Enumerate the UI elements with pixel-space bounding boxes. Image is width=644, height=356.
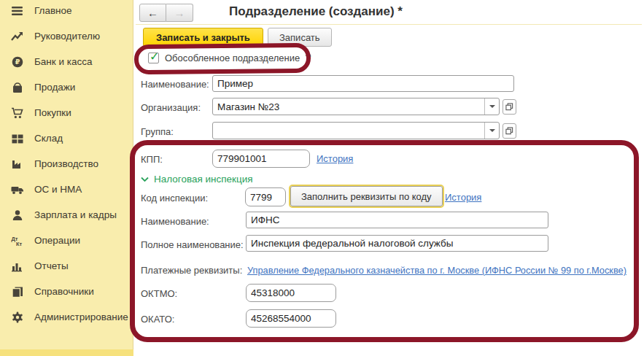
- name-label: Наименование:: [141, 79, 209, 90]
- menu-icon: [10, 4, 25, 17]
- okato-label: ОКАТО:: [141, 314, 174, 325]
- cart-icon: [10, 107, 25, 119]
- sidebar-item-label: Склад: [34, 133, 63, 144]
- person-icon: [10, 209, 25, 221]
- sidebar-footer: [0, 349, 133, 356]
- checkmark-icon: ✓: [150, 50, 159, 63]
- sidebar-item-sales[interactable]: Продажи: [0, 74, 133, 100]
- separate-subdivision-checkbox[interactable]: ✓: [148, 53, 159, 63]
- sidebar-item-production[interactable]: Производство: [0, 151, 133, 177]
- inspection-history-link[interactable]: История: [445, 192, 481, 203]
- oktmo-label: ОКТМО:: [141, 288, 177, 299]
- save-and-close-button[interactable]: Записать и закрыть: [143, 28, 263, 47]
- sidebar-item-bank-cash[interactable]: ₽Банк и касса: [0, 49, 133, 74]
- group-input[interactable]: [213, 123, 484, 139]
- app-window: ГлавноеРуководителю₽Банк и кассаПродажиП…: [0, 0, 644, 356]
- page-title: Подразделение (создание) *: [229, 4, 403, 19]
- sidebar-item-label: ОС и НМА: [34, 184, 82, 195]
- group-dropdown-button[interactable]: [484, 123, 499, 139]
- sidebar-item-manager[interactable]: Руководителю: [0, 23, 133, 49]
- sidebar-item-warehouse[interactable]: Склад: [0, 125, 133, 151]
- kpp-label: КПП:: [141, 154, 163, 165]
- payment-details-label: Платежные реквизиты:: [141, 265, 242, 276]
- gear-icon: [10, 311, 25, 323]
- tax-full-name-label: Полное наименование:: [141, 239, 244, 250]
- name-input[interactable]: [212, 75, 514, 92]
- fill-by-code-button[interactable]: Заполнить реквизиты по коду: [290, 186, 443, 206]
- history-nav: ← →: [139, 4, 193, 22]
- sidebar-item-operations[interactable]: ДтКтОперации: [0, 228, 133, 253]
- sidebar-item-label: Банк и касса: [34, 56, 93, 67]
- save-button[interactable]: Записать: [268, 28, 332, 47]
- chevron-down-icon: [141, 177, 149, 182]
- group-label: Группа:: [141, 126, 174, 137]
- sidebar-item-label: Покупки: [34, 107, 71, 118]
- inspection-code-input[interactable]: [245, 187, 286, 206]
- sidebar-item-fixed-assets[interactable]: ОС и НМА: [0, 177, 133, 202]
- sidebar-item-label: Справочники: [34, 286, 94, 297]
- forward-button[interactable]: →: [166, 4, 193, 22]
- okato-input[interactable]: [246, 309, 336, 328]
- inspection-code-label: Код инспекции:: [141, 193, 208, 204]
- tax-short-name-input[interactable]: [246, 212, 548, 228]
- tax-full-name-input[interactable]: [246, 235, 548, 252]
- truck-icon: [10, 183, 25, 196]
- bag-icon: [10, 81, 25, 93]
- ruble-icon: ₽: [10, 55, 25, 68]
- sidebar-item-label: Руководителю: [34, 31, 100, 42]
- organization-label: Организация:: [141, 102, 201, 113]
- organization-dropdown-button[interactable]: [484, 98, 499, 115]
- sidebar-item-reports[interactable]: Отчеты: [0, 253, 133, 279]
- sidebar-item-main[interactable]: Главное: [0, 0, 133, 23]
- books-icon: [10, 285, 25, 298]
- kpp-input[interactable]: [212, 150, 310, 168]
- organization-combo: [212, 98, 500, 115]
- sidebar-item-directories[interactable]: Справочники: [0, 279, 133, 304]
- pallet-icon: [10, 132, 25, 144]
- sidebar-item-label: Зарплата и кадры: [34, 209, 117, 220]
- separate-subdivision-label: Обособленное подразделение: [165, 53, 300, 63]
- back-button[interactable]: ←: [139, 4, 166, 22]
- factory-icon: [10, 158, 25, 170]
- svg-text:Кт: Кт: [16, 241, 23, 247]
- sidebar-item-label: Администрирование: [34, 312, 128, 322]
- trend-icon: [10, 30, 25, 42]
- dtkt-icon: ДтКт: [10, 234, 25, 247]
- chevron-down-icon: [489, 105, 495, 108]
- sidebar-item-purchases[interactable]: Покупки: [0, 100, 133, 125]
- separate-subdivision-row: ✓ Обособленное подразделение ?: [148, 52, 311, 63]
- sidebar-item-label: Производство: [34, 158, 98, 169]
- sidebar-item-salary-hr[interactable]: Зарплата и кадры: [0, 202, 133, 228]
- open-icon: [505, 127, 513, 135]
- chart-icon: [10, 260, 25, 272]
- group-open-button[interactable]: [503, 123, 516, 139]
- chevron-down-icon: [489, 129, 495, 132]
- sidebar-item-label: Операции: [34, 235, 80, 246]
- organization-input[interactable]: [213, 98, 484, 115]
- sidebar-item-administration[interactable]: Администрирование: [0, 304, 133, 330]
- open-icon: [505, 103, 513, 111]
- kpp-history-link[interactable]: История: [317, 153, 353, 164]
- tax-section-title: Налоговая инспекция: [154, 174, 253, 185]
- sidebar-item-label: Отчеты: [34, 260, 69, 271]
- tax-section-header[interactable]: Налоговая инспекция: [141, 174, 253, 185]
- svg-text:₽: ₽: [15, 58, 20, 66]
- sidebar-item-label: Продажи: [34, 82, 75, 93]
- toolbar-separator: [136, 24, 642, 25]
- tax-short-name-label: Наименование:: [141, 216, 209, 227]
- oktmo-input[interactable]: [246, 284, 336, 302]
- sidebar-item-label: Главное: [34, 5, 72, 16]
- group-combo: [212, 122, 500, 139]
- help-icon[interactable]: ?: [305, 52, 311, 63]
- sidebar: ГлавноеРуководителю₽Банк и кассаПродажиП…: [0, 0, 133, 356]
- payment-details-link[interactable]: Управление Федерального казначейства по …: [247, 265, 626, 276]
- organization-open-button[interactable]: [503, 99, 516, 115]
